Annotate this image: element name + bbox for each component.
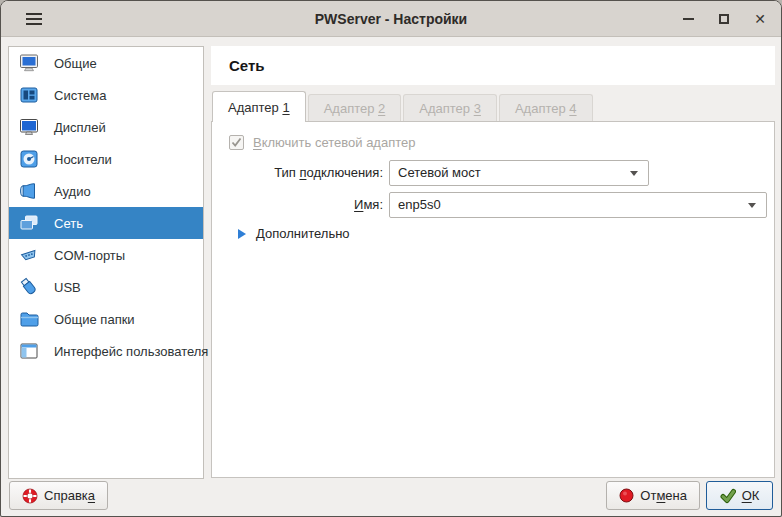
user-interface-icon xyxy=(17,339,41,363)
tab-mnemonic: 1 xyxy=(282,100,289,115)
sidebar-item-general[interactable]: Общие xyxy=(9,47,203,79)
sidebar-item-shared-folders[interactable]: Общие папки xyxy=(9,303,203,335)
expander-triangle-icon xyxy=(238,229,246,239)
titlebar[interactable]: PWServer - Настройки ✕ xyxy=(1,1,781,37)
tab-mnemonic: 4 xyxy=(569,101,576,116)
sidebar-item-label: Дисплей xyxy=(54,120,106,135)
page-header: Сеть xyxy=(211,46,775,85)
tab-label: Адаптер xyxy=(324,101,378,116)
advanced-expander[interactable]: Дополнительно xyxy=(238,226,350,241)
adapter-panel: Включить сетевой адаптер Тип подключения… xyxy=(211,121,775,478)
sidebar-item-display[interactable]: Дисплей xyxy=(9,111,203,143)
sidebar-item-usb[interactable]: USB xyxy=(9,271,203,303)
adapter-name-label: Имя: xyxy=(212,192,383,218)
window-title: PWServer - Настройки xyxy=(1,11,781,27)
sidebar-item-user-interface[interactable]: Интерфейс пользователя xyxy=(9,335,203,367)
page-title: Сеть xyxy=(211,57,265,74)
adapter-name-combobox[interactable]: enp5s0 xyxy=(389,192,767,218)
tab-adapter-3: Адаптер 3 xyxy=(403,94,497,121)
sidebar-item-network[interactable]: Сеть xyxy=(9,207,203,239)
sidebar-item-serial-ports[interactable]: COM-порты xyxy=(9,239,203,271)
sidebar-item-label: Общие xyxy=(54,56,97,71)
tab-adapter-1[interactable]: Адаптер 1 xyxy=(212,91,306,122)
settings-window: PWServer - Настройки ✕ Общие Система Дис… xyxy=(0,0,782,517)
attachment-type-value: Сетевой мост xyxy=(398,165,481,180)
general-icon xyxy=(17,51,41,75)
system-icon xyxy=(17,83,41,107)
checkmark-icon xyxy=(231,137,242,148)
window-controls: ✕ xyxy=(681,1,767,37)
sidebar-item-audio[interactable]: Аудио xyxy=(9,175,203,207)
advanced-label: Дополнительно xyxy=(256,226,350,241)
help-icon xyxy=(22,488,38,504)
window-menu-icon[interactable] xyxy=(26,13,42,25)
shared-folders-icon xyxy=(17,307,41,331)
chevron-down-icon xyxy=(748,203,756,208)
ok-icon xyxy=(720,488,736,504)
sidebar-item-label: USB xyxy=(54,280,81,295)
sidebar-item-label: Система xyxy=(54,88,106,103)
tab-label: Адаптер xyxy=(515,101,569,116)
tab-label: Адаптер xyxy=(419,101,473,116)
tab-mnemonic: 3 xyxy=(474,101,481,116)
maximize-icon[interactable] xyxy=(717,12,731,26)
enable-adapter-row: Включить сетевой адаптер xyxy=(229,135,415,150)
audio-icon xyxy=(17,179,41,203)
cancel-icon xyxy=(619,488,634,503)
close-icon[interactable]: ✕ xyxy=(753,12,767,26)
sidebar-item-storage[interactable]: Носители xyxy=(9,143,203,175)
sidebar-item-label: Интерфейс пользователя xyxy=(54,344,208,359)
sidebar-item-label: Носители xyxy=(54,152,112,167)
network-icon xyxy=(17,211,41,235)
sidebar-item-system[interactable]: Система xyxy=(9,79,203,111)
cancel-button-label: Отмена xyxy=(640,488,687,503)
sidebar: Общие Система Дисплей Носители Аудио xyxy=(8,46,204,479)
enable-adapter-checkbox xyxy=(229,135,244,150)
chevron-down-icon xyxy=(630,171,638,176)
sidebar-item-label: COM-порты xyxy=(54,248,125,263)
attachment-type-label: Тип подключения: xyxy=(212,160,383,186)
ok-button[interactable]: ОК xyxy=(706,481,773,510)
tab-label: Адаптер xyxy=(228,100,282,115)
serial-ports-icon xyxy=(17,243,41,267)
storage-icon xyxy=(17,147,41,171)
tab-adapter-4: Адаптер 4 xyxy=(499,94,593,121)
cancel-button[interactable]: Отмена xyxy=(606,481,700,510)
display-icon xyxy=(17,115,41,139)
adapter-name-value: enp5s0 xyxy=(398,197,441,212)
usb-icon xyxy=(17,275,41,299)
help-button-label: Справка xyxy=(44,488,95,503)
tab-adapter-2: Адаптер 2 xyxy=(308,94,402,121)
attachment-type-combobox[interactable]: Сетевой мост xyxy=(389,160,649,186)
sidebar-item-label: Сеть xyxy=(54,216,83,231)
sidebar-item-label: Аудио xyxy=(54,184,91,199)
tab-mnemonic: 2 xyxy=(378,101,385,116)
sidebar-item-label: Общие папки xyxy=(54,312,135,327)
minimize-icon[interactable] xyxy=(681,12,695,26)
ok-button-label: ОК xyxy=(742,488,760,503)
enable-adapter-label: Включить сетевой адаптер xyxy=(253,135,415,150)
adapter-tabs: Адаптер 1 Адаптер 2 Адаптер 3 Адаптер 4 xyxy=(211,91,593,122)
help-button[interactable]: Справка xyxy=(9,481,108,510)
